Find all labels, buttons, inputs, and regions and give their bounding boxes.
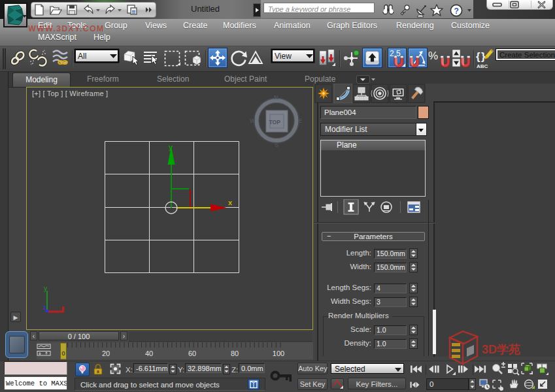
svg-text:3D学苑: 3D学苑 (482, 343, 520, 356)
svg-text:100: 100 (273, 350, 284, 357)
svg-text:W: W (250, 118, 256, 124)
svg-text:E: E (298, 118, 302, 124)
svg-text:y: y (44, 285, 47, 292)
svg-text:S: S (275, 142, 278, 148)
svg-text:x: x (228, 199, 233, 206)
svg-text:20: 20 (102, 350, 110, 357)
svg-text:?: ? (454, 7, 459, 16)
svg-text:80: 80 (231, 350, 239, 357)
svg-text:Create Selection S: Create Selection S (499, 51, 555, 59)
svg-text:60: 60 (188, 350, 196, 357)
svg-text:}: } (481, 50, 486, 63)
svg-text:0: 0 (429, 380, 433, 388)
svg-text:ABC: ABC (477, 63, 488, 69)
svg-text:40: 40 (145, 350, 153, 357)
svg-text:0: 0 (61, 350, 65, 357)
svg-text:y: y (169, 143, 173, 151)
svg-text:TOP: TOP (269, 119, 281, 125)
svg-text:View: View (275, 52, 292, 61)
svg-text:%: % (428, 50, 438, 62)
svg-text:{: { (476, 50, 480, 63)
svg-text:N: N (274, 94, 278, 101)
svg-text:All: All (78, 52, 86, 61)
